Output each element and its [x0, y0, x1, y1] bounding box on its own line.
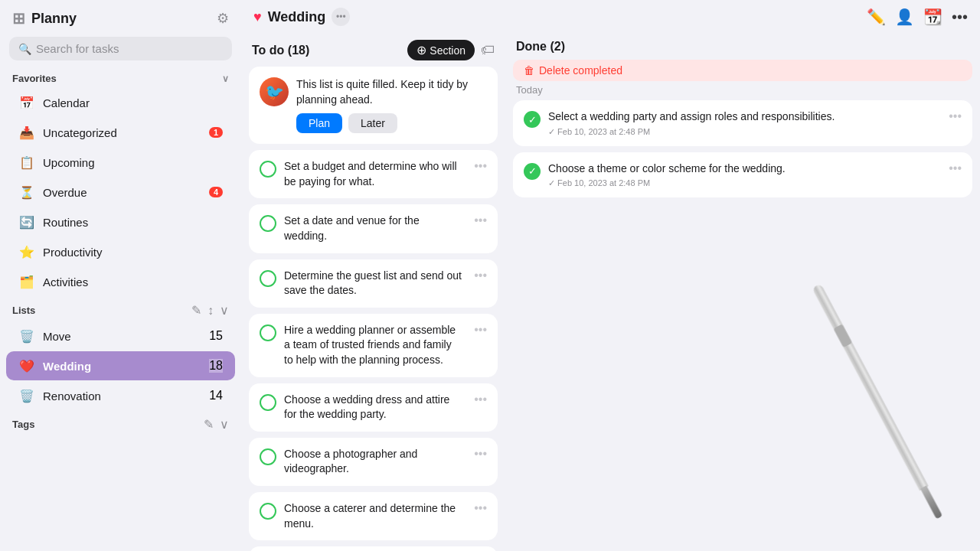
done-checkbox-1[interactable]: ✓	[524, 111, 541, 128]
columns-container: To do (18) ⊕ Section 🏷 🐦 This list is qu…	[241, 34, 980, 551]
overdue-badge: 4	[209, 187, 223, 197]
task-item: Hire a wedding planner or assemble a tea…	[249, 314, 498, 377]
plan-button[interactable]: Plan	[296, 113, 342, 133]
task-more-2[interactable]: •••	[471, 214, 487, 227]
user-icon[interactable]: 👤	[895, 8, 914, 26]
task-item: Choose a photographer and videographer. …	[249, 438, 498, 486]
task-item: Determine the guest list and send out sa…	[249, 259, 498, 308]
wedding-badge: 18	[209, 359, 223, 373]
add-list-icon[interactable]: ✎	[191, 303, 201, 318]
header-more-button[interactable]: •••	[332, 8, 350, 26]
sort-list-icon[interactable]: ↕	[207, 304, 214, 318]
section-button[interactable]: ⊕ Section	[407, 40, 475, 60]
page-title: Wedding	[268, 9, 326, 25]
task-more-1[interactable]: •••	[471, 159, 487, 173]
task-item: Choose a caterer and determine the menu.…	[249, 492, 498, 540]
sidebar-header: ⊞ Planny ⚙	[0, 0, 241, 34]
tags-actions: ✎ ∨	[204, 417, 229, 432]
done-task-text-2: Choose a theme or color scheme for the w…	[548, 161, 941, 177]
sidebar-item-uncategorized[interactable]: 📥 Uncategorized 1	[6, 118, 235, 147]
inbox-icon: 📥	[18, 124, 35, 141]
move-badge: 15	[209, 329, 223, 343]
app-title: ⊞ Planny	[12, 9, 77, 28]
uncategorized-badge: 1	[209, 127, 223, 138]
sidebar-item-renovation[interactable]: 🗑️ Renovation 14	[6, 381, 235, 410]
task-more-7[interactable]: •••	[471, 501, 487, 515]
done-task-date-2: ✓ Feb 10, 2023 at 2:48 PM	[548, 178, 941, 188]
add-tag-icon[interactable]: ✎	[204, 417, 214, 432]
task-checkbox-7[interactable]	[260, 503, 276, 520]
task-text-3: Determine the guest list and send out sa…	[284, 269, 463, 298]
lists-section-header: Lists ✎ ↕ ∨	[0, 297, 241, 321]
todo-column-actions: ⊕ Section 🏷	[407, 40, 495, 60]
favorites-chevron-icon[interactable]: ∨	[222, 73, 229, 84]
sidebar-scroll: Favorites ∨ 📅 Calendar 📥 Uncategorized 1…	[0, 68, 241, 551]
search-icon: 🔍	[18, 43, 31, 55]
done-task-content-2: Choose a theme or color scheme for the w…	[548, 161, 941, 189]
tags-section-header: Tags ✎ ∨	[0, 411, 241, 435]
done-task-text-1: Select a wedding party and assign roles …	[548, 109, 941, 125]
task-text-2: Set a date and venue for the wedding.	[284, 214, 463, 243]
today-label: Today	[513, 81, 972, 100]
todo-column-header: To do (18) ⊕ Section 🏷	[249, 34, 498, 67]
sidebar-item-upcoming[interactable]: 📋 Upcoming	[6, 148, 235, 177]
gear-icon[interactable]: ⚙	[217, 10, 229, 27]
done-task-more-1[interactable]: •••	[949, 109, 962, 123]
wedding-list-icon: ❤️	[18, 357, 35, 374]
plus-icon: ⊕	[416, 43, 426, 57]
tags-chevron-icon[interactable]: ∨	[220, 417, 229, 432]
overdue-icon: ⏳	[18, 184, 35, 201]
notification-text: This list is quite filled. Keep it tidy …	[296, 77, 487, 107]
sidebar-item-productivity[interactable]: ⭐ Productivity	[6, 237, 235, 266]
task-text-7: Choose a caterer and determine the menu.	[284, 501, 463, 531]
compose-icon[interactable]: ✏️	[867, 8, 886, 26]
favorites-section-header: Favorites ∨	[0, 68, 241, 87]
overflow-menu-icon[interactable]: •••	[952, 8, 968, 26]
task-text-4: Hire a wedding planner or assemble a tea…	[284, 323, 463, 368]
todo-title: To do (18)	[252, 44, 309, 57]
done-task-more-2[interactable]: •••	[949, 161, 962, 175]
task-text-6: Choose a photographer and videographer.	[284, 447, 463, 477]
task-more-3[interactable]: •••	[471, 269, 487, 282]
task-checkbox-5[interactable]	[260, 394, 276, 411]
task-checkbox-3[interactable]	[260, 270, 276, 287]
sidebar-item-wedding[interactable]: ❤️ Wedding 18	[6, 351, 235, 380]
todo-column: To do (18) ⊕ Section 🏷 🐦 This list is qu…	[241, 34, 505, 551]
tag-icon[interactable]: 🏷	[481, 42, 495, 58]
task-more-5[interactable]: •••	[471, 393, 487, 406]
heart-icon: ♥	[253, 9, 262, 25]
done-task-item: ✓ Choose a theme or color scheme for the…	[513, 152, 972, 198]
task-item: Set a date and venue for the wedding. ••…	[249, 204, 498, 253]
task-checkbox-6[interactable]	[260, 448, 276, 465]
task-checkbox-2[interactable]	[260, 215, 276, 232]
search-bar[interactable]: 🔍 Search for tasks	[9, 37, 232, 60]
upcoming-icon: 📋	[18, 154, 35, 171]
done-checkbox-2[interactable]: ✓	[524, 163, 541, 180]
renovation-list-icon: 🗑️	[18, 387, 35, 404]
done-task-date-1: ✓ Feb 10, 2023 at 2:48 PM	[548, 127, 941, 137]
renovation-badge: 14	[209, 389, 223, 403]
grid-icon: ⊞	[12, 9, 25, 28]
sidebar-item-routines[interactable]: 🔄 Routines	[6, 207, 235, 236]
sidebar-item-activities[interactable]: 🗂️ Activities	[6, 267, 235, 296]
sidebar-item-calendar[interactable]: 📅 Calendar	[6, 88, 235, 117]
calendar-view-icon[interactable]: 📆	[923, 8, 942, 26]
done-column-header: Done (2)	[513, 34, 972, 60]
top-bar-left: ♥ Wedding •••	[253, 8, 350, 26]
task-more-6[interactable]: •••	[471, 447, 487, 461]
done-task-content-1: Select a wedding party and assign roles …	[548, 109, 941, 137]
task-checkbox-1[interactable]	[260, 161, 276, 178]
task-more-4[interactable]: •••	[471, 323, 487, 337]
task-checkbox-4[interactable]	[260, 324, 276, 341]
sidebar: ⊞ Planny ⚙ 🔍 Search for tasks Favorites …	[0, 0, 241, 551]
task-text-1: Set a budget and determine who will be p…	[284, 159, 463, 189]
task-item: Choose a florist and decide on flowers a…	[249, 546, 498, 551]
sidebar-item-move[interactable]: 🗑️ Move 15	[6, 321, 235, 350]
sidebar-item-overdue[interactable]: ⏳ Overdue 4	[6, 178, 235, 207]
search-placeholder: Search for tasks	[36, 42, 119, 55]
lists-chevron-icon[interactable]: ∨	[220, 303, 229, 318]
delete-completed-button[interactable]: 🗑 Delete completed	[513, 60, 972, 81]
later-button[interactable]: Later	[348, 113, 397, 133]
notification-buttons: Plan Later	[296, 113, 487, 133]
trash-icon: 🗑	[524, 64, 534, 77]
